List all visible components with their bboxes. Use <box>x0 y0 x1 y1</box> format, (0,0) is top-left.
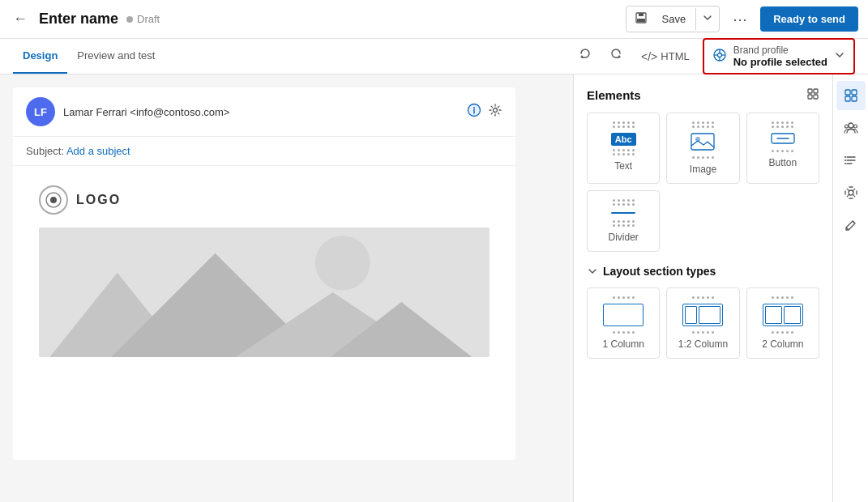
sender-name: Lamar Ferrari <info@contoso.com> <box>63 106 229 118</box>
ready-to-send-button[interactable]: Ready to send <box>760 6 858 32</box>
sub-nav: Design Preview and test </> HTML Brand p… <box>0 39 868 74</box>
svg-point-40 <box>844 160 846 161</box>
page-title: Enter name <box>39 11 118 28</box>
sender-info: LF Lamar Ferrari <info@contoso.com> <box>26 97 229 126</box>
sidebar-personalize-button[interactable] <box>836 178 866 207</box>
undo-button[interactable] <box>573 44 597 69</box>
subject-line: Subject: Add a subject <box>13 137 515 166</box>
svg-point-41 <box>844 163 846 164</box>
email-container: LF Lamar Ferrari <info@contoso.com> Subj… <box>13 87 515 460</box>
save-button-group: Save <box>626 6 720 32</box>
element-divider[interactable]: Divider <box>587 190 660 252</box>
tab-preview-and-test[interactable]: Preview and test <box>67 39 165 74</box>
sub-nav-tabs: Design Preview and test <box>13 39 165 74</box>
email-settings-button[interactable] <box>488 103 502 121</box>
image-element-icon <box>691 121 715 159</box>
sidebar-list-button[interactable] <box>836 146 866 175</box>
email-header: LF Lamar Ferrari <info@contoso.com> <box>13 87 515 137</box>
image-placeholder <box>39 228 490 357</box>
sidebar-people-button[interactable] <box>836 113 866 143</box>
layout-1-column[interactable]: 1 Column <box>587 287 660 359</box>
layout-grid: 1 Column 1:2 Column <box>587 287 819 359</box>
draft-badge: Draft <box>126 13 160 25</box>
html-angle-icon: </> <box>641 50 657 63</box>
svg-point-11 <box>473 107 475 108</box>
elements-grid: Abc Text Image <box>587 113 819 252</box>
layout-12-column[interactable]: 1:2 Column <box>666 287 739 359</box>
html-button[interactable]: </> HTML <box>635 47 696 66</box>
sidebar-icons <box>832 74 868 502</box>
svg-rect-30 <box>852 90 857 95</box>
brand-profile-value: No profile selected <box>733 56 827 68</box>
1col-icon <box>603 296 644 334</box>
2col-icon <box>763 296 803 334</box>
svg-point-20 <box>315 236 370 291</box>
expand-elements-button[interactable] <box>806 87 819 103</box>
divider-label: Divider <box>608 232 638 243</box>
more-options-button[interactable]: ⋯ <box>726 7 754 32</box>
layout-section: Layout section types 1 Column <box>587 265 819 359</box>
svg-rect-1 <box>639 13 644 16</box>
button-label: Button <box>768 157 797 168</box>
brand-profile-selector[interactable]: Brand profile No profile selected <box>703 38 855 74</box>
svg-point-4 <box>717 53 721 57</box>
svg-point-35 <box>853 125 857 128</box>
subject-label: Subject: <box>26 145 64 157</box>
svg-point-12 <box>494 108 498 113</box>
elements-panel: Elements Abc Text <box>573 74 832 502</box>
layout-2-column[interactable]: 2 Column <box>746 287 819 359</box>
element-button[interactable]: Button <box>746 113 819 184</box>
email-info-button[interactable] <box>467 103 481 121</box>
top-bar: ← Enter name Draft Save ⋯ Ready to send <box>0 0 868 39</box>
svg-rect-29 <box>845 90 850 95</box>
logo-area: LOGO <box>39 185 121 215</box>
save-icon <box>626 6 652 32</box>
svg-point-33 <box>849 123 853 128</box>
layout-header[interactable]: Layout section types <box>587 265 819 278</box>
text-label: Text <box>614 160 632 172</box>
svg-rect-25 <box>691 134 714 150</box>
image-label: Image <box>690 164 716 175</box>
save-dropdown-button[interactable] <box>695 8 719 30</box>
svg-rect-2 <box>637 19 645 22</box>
svg-rect-21 <box>808 89 812 93</box>
brand-profile-icon <box>712 48 727 66</box>
sub-nav-right: </> HTML Brand profile No profile select… <box>573 38 855 74</box>
divider-element-icon <box>611 199 635 227</box>
email-body: LOGO <box>13 166 515 376</box>
text-element-icon: Abc <box>611 121 636 155</box>
svg-point-39 <box>844 156 846 158</box>
tab-design[interactable]: Design <box>13 39 67 74</box>
button-element-icon <box>771 121 795 152</box>
1-column-label: 1 Column <box>602 338 644 350</box>
svg-rect-31 <box>845 96 850 101</box>
main-content: LF Lamar Ferrari <info@contoso.com> Subj… <box>0 74 868 502</box>
svg-rect-22 <box>814 89 818 93</box>
elements-title: Elements <box>587 87 819 103</box>
add-subject-link[interactable]: Add a subject <box>66 145 130 157</box>
svg-point-14 <box>50 197 57 203</box>
email-canvas: LF Lamar Ferrari <info@contoso.com> Subj… <box>0 74 573 502</box>
redo-button[interactable] <box>604 44 628 69</box>
layout-chevron-icon <box>587 266 598 277</box>
12col-icon <box>682 296 723 334</box>
svg-rect-24 <box>814 95 818 99</box>
back-button[interactable]: ← <box>10 7 31 31</box>
top-bar-left: ← Enter name Draft <box>10 7 160 31</box>
email-actions <box>467 103 502 121</box>
avatar: LF <box>26 97 55 126</box>
draft-dot <box>126 16 133 23</box>
brand-profile-text: Brand profile No profile selected <box>733 45 827 68</box>
svg-line-43 <box>853 221 855 223</box>
element-text[interactable]: Abc Text <box>587 113 660 184</box>
save-main-button[interactable]: Save <box>652 8 696 30</box>
top-bar-right: Save ⋯ Ready to send <box>626 6 859 32</box>
sidebar-layout-button[interactable] <box>836 81 866 110</box>
logo-text: LOGO <box>76 193 121 207</box>
svg-rect-23 <box>808 95 812 99</box>
svg-rect-32 <box>852 96 857 101</box>
element-image[interactable]: Image <box>666 113 739 184</box>
2-column-label: 2 Column <box>762 338 803 350</box>
12-column-label: 1:2 Column <box>678 338 728 350</box>
sidebar-pen-button[interactable] <box>836 211 866 240</box>
